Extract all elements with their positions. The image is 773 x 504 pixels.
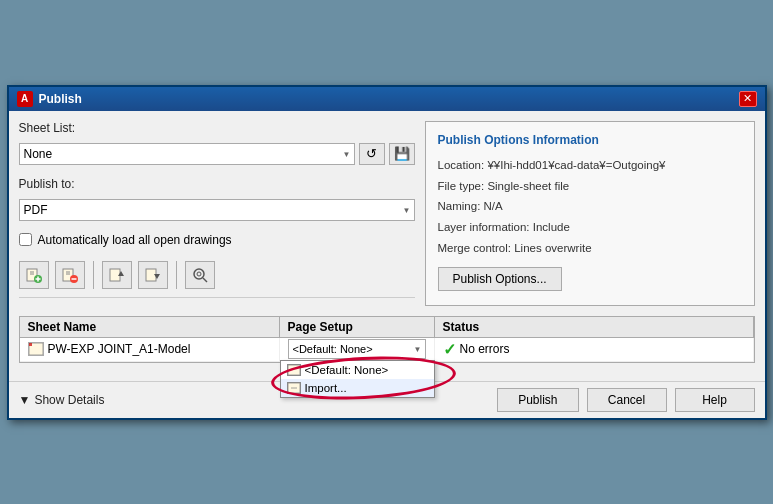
bottom-buttons: Publish Cancel Help	[497, 388, 754, 412]
dropdown-item-icon-1	[287, 364, 301, 376]
location-value: ¥¥Ihi-hdd01¥cad-data¥=Outgoing¥	[487, 159, 665, 171]
app-icon: A	[17, 91, 33, 107]
svg-rect-13	[146, 269, 156, 281]
status-check-icon: ✓	[443, 340, 456, 359]
layer-value: Include	[533, 221, 570, 233]
sheet-list-row: None ↺ 💾	[19, 143, 415, 165]
table-row: PW-EXP JOINT_A1-Model <Default: None>	[20, 338, 754, 362]
svg-rect-21	[288, 365, 300, 375]
svg-rect-20	[29, 343, 32, 346]
remove-sheets-icon	[61, 266, 79, 284]
auto-load-label: Automatically load all open drawings	[38, 233, 232, 247]
move-up-icon	[108, 266, 126, 284]
move-down-icon	[144, 266, 162, 284]
remove-sheets-btn[interactable]	[55, 261, 85, 289]
show-details-label: Show Details	[34, 393, 104, 407]
page-setup-select-wrapper: <Default: None>	[288, 339, 426, 359]
publish-options-info-panel: Publish Options Information Location: ¥¥…	[425, 121, 755, 306]
cell-status: ✓ No errors	[435, 338, 754, 361]
publish-to-select-wrapper: PDF DWF DWFx Plotter named in page setup	[19, 199, 415, 221]
publish-dialog: A Publish ✕ Sheet List: None ↺ 💾 Publi	[7, 85, 767, 420]
top-section: Sheet List: None ↺ 💾 Publish to: PDF	[19, 121, 755, 306]
show-details-arrow: ▼	[19, 393, 31, 407]
close-button[interactable]: ✕	[739, 91, 757, 107]
sheet-table: Sheet Name Page Setup Status PW-EXP JOIN…	[19, 316, 755, 363]
svg-line-16	[203, 278, 207, 282]
merge-value: Lines overwrite	[514, 242, 591, 254]
sheet-list-select-wrapper: None	[19, 143, 355, 165]
table-header: Sheet Name Page Setup Status	[20, 317, 754, 338]
layer-line: Layer information: Include	[438, 217, 742, 238]
dropdown-item-import-label: Import...	[305, 382, 347, 394]
sheet-list-select[interactable]: None	[19, 143, 355, 165]
toolbar-sep-2	[176, 261, 177, 289]
auto-load-checkbox[interactable]	[19, 233, 32, 246]
move-down-btn[interactable]	[138, 261, 168, 289]
merge-line: Merge control: Lines overwrite	[438, 238, 742, 259]
layer-label: Layer information:	[438, 221, 530, 233]
add-sheets-btn[interactable]	[19, 261, 49, 289]
cell-page-setup: <Default: None> <Default: None>	[280, 338, 435, 361]
sheet-icon	[28, 342, 44, 356]
dropdown-item-import[interactable]: Import...	[281, 379, 434, 397]
filetype-line: File type: Single-sheet file	[438, 176, 742, 197]
sheet-name-value: PW-EXP JOINT_A1-Model	[48, 342, 191, 356]
preview-btn[interactable]	[185, 261, 215, 289]
dropdown-item-default-none[interactable]: <Default: None>	[281, 361, 434, 379]
filetype-value: Single-sheet file	[487, 180, 569, 192]
dialog-title: Publish	[39, 92, 82, 106]
auto-load-row: Automatically load all open drawings	[19, 233, 415, 247]
header-sheet-name: Sheet Name	[20, 317, 280, 337]
dropdown-item-default-none-label: <Default: None>	[305, 364, 389, 376]
show-details-toggle[interactable]: ▼ Show Details	[19, 393, 105, 407]
cell-sheet-name: PW-EXP JOINT_A1-Model	[20, 338, 280, 361]
publish-button[interactable]: Publish	[497, 388, 578, 412]
svg-point-17	[197, 272, 201, 276]
preview-icon	[191, 266, 209, 284]
publish-to-row: PDF DWF DWFx Plotter named in page setup	[19, 199, 415, 221]
title-bar-left: A Publish	[17, 91, 82, 107]
move-up-btn[interactable]	[102, 261, 132, 289]
status-value: No errors	[460, 342, 510, 356]
publish-to-label: Publish to:	[19, 177, 415, 191]
svg-rect-11	[110, 269, 120, 281]
add-sheets-icon	[25, 266, 43, 284]
dropdown-item-icon-2	[287, 382, 301, 394]
save-sheet-list-btn[interactable]: 💾	[389, 143, 415, 165]
header-page-setup: Page Setup	[280, 317, 435, 337]
help-button[interactable]: Help	[675, 388, 755, 412]
naming-line: Naming: N/A	[438, 196, 742, 217]
location-label: Location:	[438, 159, 485, 171]
location-line: Location: ¥¥Ihi-hdd01¥cad-data¥=Outgoing…	[438, 155, 742, 176]
load-sheet-list-btn[interactable]: ↺	[359, 143, 385, 165]
publish-to-select[interactable]: PDF DWF DWFx Plotter named in page setup	[19, 199, 415, 221]
page-setup-select[interactable]: <Default: None>	[288, 339, 426, 359]
publish-options-info-title: Publish Options Information	[438, 130, 742, 152]
cancel-button[interactable]: Cancel	[587, 388, 667, 412]
naming-value: N/A	[484, 200, 503, 212]
publish-options-button[interactable]: Publish Options...	[438, 267, 562, 291]
naming-label: Naming:	[438, 200, 481, 212]
page-setup-dropdown: <Default: None> Import...	[280, 360, 435, 398]
toolbar-sep-1	[93, 261, 94, 289]
filetype-label: File type:	[438, 180, 485, 192]
sheet-list-label: Sheet List:	[19, 121, 415, 135]
header-status: Status	[435, 317, 754, 337]
svg-point-15	[194, 269, 204, 279]
title-bar: A Publish ✕	[9, 87, 765, 111]
left-panel: Sheet List: None ↺ 💾 Publish to: PDF	[19, 121, 415, 306]
dialog-body: Sheet List: None ↺ 💾 Publish to: PDF	[9, 111, 765, 381]
toolbar-row	[19, 261, 415, 298]
merge-label: Merge control:	[438, 242, 512, 254]
